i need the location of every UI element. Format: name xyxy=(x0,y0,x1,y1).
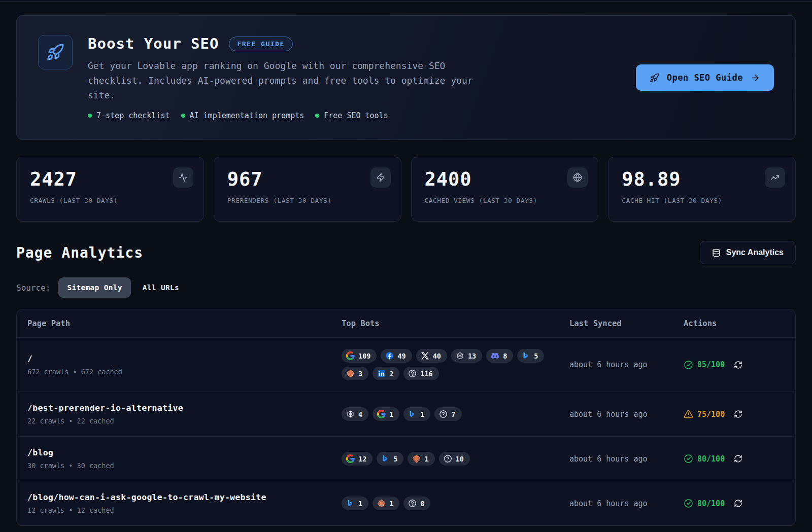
bot-badge-x: 40 xyxy=(416,349,447,363)
bing-bot-icon xyxy=(522,351,530,360)
source-option-sitemap-only[interactable]: Sitemap Only xyxy=(58,277,130,298)
arrow-right-icon xyxy=(751,73,760,83)
bot-count: 1 xyxy=(424,455,428,463)
sync-label: Sync Analytics xyxy=(726,248,784,257)
stat-card: 2427CRAWLS (LAST 30 DAYS) xyxy=(16,157,204,222)
banner-title: Boost Your SEO xyxy=(88,35,219,52)
x-bot-icon xyxy=(421,351,429,360)
page-path-link[interactable]: /best-prerender-io-alternative xyxy=(27,403,342,413)
bot-badge-bing: 1 xyxy=(342,496,368,510)
bot-badge-discord: 8 xyxy=(486,349,513,363)
source-toggle: Sitemap OnlyAll URLs xyxy=(58,277,188,298)
top-bots-cell: 125110 xyxy=(342,452,569,466)
discord-bot-icon xyxy=(491,351,499,360)
claude-bot-icon xyxy=(377,499,386,508)
free-guide-badge: FREE GUIDE xyxy=(229,37,292,51)
stat-label: CRAWLS (LAST 30 DAYS) xyxy=(30,197,190,204)
last-synced-cell: about 6 hours ago xyxy=(569,454,684,464)
unknown-bot-icon xyxy=(408,369,417,378)
seo-score-button[interactable]: 85/100 xyxy=(684,360,725,370)
page-path-cell: /672 crawls • 672 cached xyxy=(27,354,342,376)
page-title: Page Analytics xyxy=(16,244,143,261)
actions-cell: 80/100 xyxy=(684,454,785,464)
bot-count: 8 xyxy=(503,352,507,360)
stat-label: CACHE HIT (LAST 30 DAYS) xyxy=(622,197,782,204)
stat-card: 967PRERENDERS (LAST 30 DAYS) xyxy=(214,157,401,222)
bot-count: 4 xyxy=(358,410,362,418)
actions-cell: 85/100 xyxy=(684,360,785,370)
bing-bot-icon xyxy=(346,499,355,508)
bot-count: 7 xyxy=(451,410,455,418)
zap-icon xyxy=(370,167,391,188)
google-bot-icon xyxy=(346,454,355,463)
refresh-button[interactable] xyxy=(734,361,742,369)
feature-label: 7-step checklist xyxy=(96,111,170,120)
table-row: /672 crawls • 672 cached1094940138532116… xyxy=(17,338,795,392)
warning-triangle-icon xyxy=(684,409,693,419)
seo-score-button[interactable]: 75/100 xyxy=(684,409,725,419)
bot-count: 49 xyxy=(397,352,405,360)
score-value: 80/100 xyxy=(697,454,725,464)
score-value: 75/100 xyxy=(697,410,725,419)
check-circle-icon xyxy=(684,499,693,508)
bot-badge-openai: 13 xyxy=(451,349,482,363)
cta-label: Open SEO Guide xyxy=(667,73,743,83)
google-bot-icon xyxy=(377,410,386,418)
crawl-meta: 672 crawls • 672 cached xyxy=(27,368,342,376)
source-option-all-urls[interactable]: All URLs xyxy=(134,277,188,298)
page-path-link[interactable]: / xyxy=(27,354,342,364)
bot-badge-claude: 1 xyxy=(408,452,434,466)
table-row: /blog30 crawls • 30 cached125110about 6 … xyxy=(17,437,795,481)
refresh-button[interactable] xyxy=(734,454,742,463)
seo-score-button[interactable]: 80/100 xyxy=(684,499,725,508)
bot-count: 5 xyxy=(393,455,397,463)
refresh-button[interactable] xyxy=(734,410,742,418)
bot-count: 40 xyxy=(433,352,441,360)
unknown-bot-icon xyxy=(439,410,448,418)
bot-count: 1 xyxy=(389,500,393,508)
database-icon xyxy=(712,249,721,257)
table-body: /672 crawls • 672 cached1094940138532116… xyxy=(17,338,795,525)
stats-row: 2427CRAWLS (LAST 30 DAYS)967PRERENDERS (… xyxy=(16,157,796,222)
stat-value: 967 xyxy=(227,168,388,190)
bot-count: 1 xyxy=(389,410,393,418)
score-value: 80/100 xyxy=(697,499,725,508)
rocket-icon xyxy=(650,73,659,83)
trending-up-icon xyxy=(765,167,785,188)
top-bots-cell: 118 xyxy=(342,496,569,510)
bot-count: 1 xyxy=(420,410,424,418)
refresh-button[interactable] xyxy=(734,499,742,508)
actions-cell: 75/100 xyxy=(684,409,785,419)
top-bots-cell: 4117 xyxy=(342,407,569,421)
feature-item: 7-step checklist xyxy=(88,111,170,120)
open-seo-guide-button[interactable]: Open SEO Guide xyxy=(636,64,774,91)
claude-bot-icon xyxy=(412,454,421,463)
seo-score-button[interactable]: 80/100 xyxy=(684,454,725,464)
bing-bot-icon xyxy=(408,410,417,418)
bot-count: 13 xyxy=(468,352,476,360)
unknown-bot-icon xyxy=(408,499,417,508)
actions-cell: 80/100 xyxy=(684,499,785,508)
check-circle-icon xyxy=(684,454,693,464)
source-toggle-row: Source: Sitemap OnlyAll URLs xyxy=(16,277,796,298)
page-path-cell: /blog/how-can-i-ask-google-to-crawl-my-w… xyxy=(27,492,342,514)
bot-badge-claude: 3 xyxy=(342,367,368,380)
bot-count: 5 xyxy=(534,352,538,360)
seo-banner: Boost Your SEO FREE GUIDE Get your Lovab… xyxy=(16,15,796,140)
page-path-link[interactable]: /blog/how-can-i-ask-google-to-crawl-my-w… xyxy=(27,492,342,502)
sync-analytics-button[interactable]: Sync Analytics xyxy=(700,241,796,264)
bot-badge-bing: 5 xyxy=(377,452,403,466)
claude-bot-icon xyxy=(346,369,355,378)
feature-label: AI implementation prompts xyxy=(190,111,304,120)
crawl-meta: 22 crawls • 22 cached xyxy=(27,417,342,425)
table-row: /best-prerender-io-alternative22 crawls … xyxy=(17,392,795,437)
bullet-dot-icon xyxy=(88,114,92,118)
crawl-meta: 30 crawls • 30 cached xyxy=(27,462,342,470)
check-circle-icon xyxy=(684,360,693,370)
last-synced-cell: about 6 hours ago xyxy=(569,360,684,369)
bot-badge-google: 109 xyxy=(342,349,377,363)
page-path-link[interactable]: /blog xyxy=(27,448,342,457)
bot-count: 3 xyxy=(358,370,362,378)
table-row: /blog/how-can-i-ask-google-to-crawl-my-w… xyxy=(17,481,795,525)
stat-card: 98.89CACHE HIT (LAST 30 DAYS) xyxy=(608,157,796,222)
